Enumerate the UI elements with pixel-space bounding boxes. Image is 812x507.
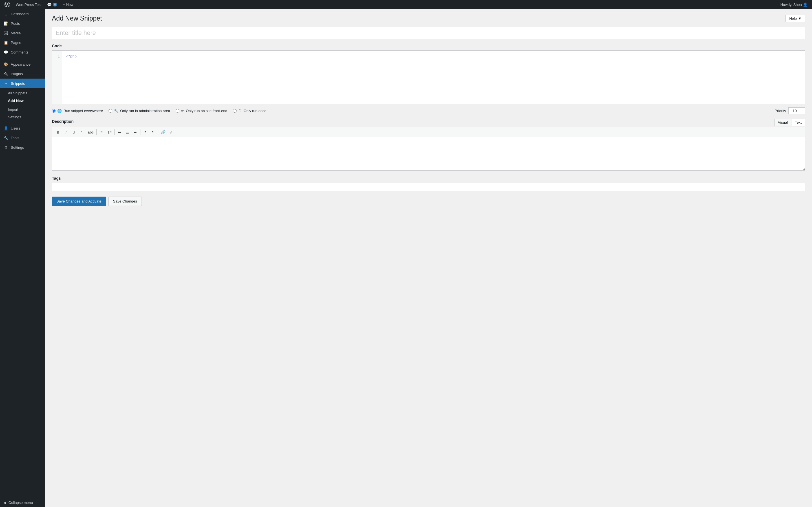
- pages-icon: 📋: [3, 40, 8, 45]
- settings-sub-label: Settings: [8, 115, 21, 119]
- toolbar-link[interactable]: 🔗: [159, 128, 167, 136]
- sidebar-item-media[interactable]: 🖼 Media: [0, 28, 45, 38]
- save-activate-label: Save Changes and Activate: [56, 199, 101, 203]
- new-label: New: [66, 3, 73, 7]
- save-activate-button[interactable]: Save Changes and Activate: [52, 196, 106, 206]
- run-once-label: Only run once: [244, 109, 266, 113]
- run-option-admin[interactable]: 🔧 Only run in administration area: [109, 109, 170, 113]
- sidebar-label-pages: Pages: [11, 41, 21, 45]
- sidebar-label-users: Users: [11, 126, 20, 130]
- italic-label: I: [65, 130, 66, 134]
- wp-logo-item[interactable]: [2, 0, 12, 9]
- run-option-everywhere[interactable]: 🌐 Run snippet everywhere: [52, 109, 103, 113]
- sidebar-item-settings-sub[interactable]: Settings: [0, 113, 45, 121]
- sidebar-item-snippets[interactable]: ✂ Snippets: [0, 78, 45, 88]
- page-header: Add New Snippet Help ▼: [52, 15, 805, 22]
- save-label: Save Changes: [113, 199, 137, 203]
- strikethrough-icon: abc: [88, 130, 94, 134]
- toolbar-ul[interactable]: ≡: [98, 128, 105, 136]
- run-once-icon: ⏱: [238, 109, 242, 113]
- all-snippets-label: All Snippets: [8, 91, 28, 95]
- toolbar-bold[interactable]: B: [54, 128, 62, 136]
- tab-visual[interactable]: Visual: [774, 119, 791, 126]
- description-section: Description Visual Text B I U " abc ≡: [52, 119, 805, 172]
- code-editor: 1 <?php: [52, 50, 805, 104]
- sidebar-item-plugins[interactable]: 🔌 Plugins: [0, 69, 45, 78]
- description-textarea[interactable]: [52, 137, 805, 171]
- toolbar-align-left[interactable]: ⬅: [116, 128, 123, 136]
- sidebar-label-plugins: Plugins: [11, 72, 23, 76]
- media-icon: 🖼: [3, 31, 8, 36]
- code-php-tag: <?php: [66, 54, 77, 58]
- tab-text[interactable]: Text: [791, 119, 805, 126]
- code-content-area[interactable]: <?php: [62, 51, 805, 104]
- layout: ⊞ Dashboard 📝 Posts 🖼 Media 📋 Pages 💬 Co…: [0, 9, 812, 507]
- sidebar-divider-1: [0, 58, 45, 58]
- tags-input[interactable]: [52, 183, 805, 191]
- priority-input[interactable]: [788, 107, 805, 114]
- toolbar-align-center[interactable]: ☰: [124, 128, 131, 136]
- toolbar-divider-2: [114, 129, 115, 135]
- radio-once[interactable]: [233, 109, 237, 113]
- site-name: WordPress Test: [16, 3, 42, 7]
- page-title: Add New Snippet: [52, 15, 102, 22]
- comment-icon: 💬: [47, 3, 52, 7]
- sidebar-item-add-new[interactable]: Add New: [0, 97, 45, 105]
- plus-icon: +: [63, 3, 65, 7]
- radio-everywhere[interactable]: [52, 109, 56, 113]
- radio-frontend[interactable]: [175, 109, 179, 113]
- collapse-icon: ◀: [3, 501, 6, 505]
- sidebar-label-comments: Comments: [11, 50, 29, 54]
- users-icon: 👤: [3, 126, 8, 131]
- toolbar-fullscreen[interactable]: ⤢: [168, 128, 175, 136]
- snippet-title-input[interactable]: [52, 27, 805, 39]
- toolbar-undo[interactable]: ↺: [142, 128, 149, 136]
- admin-bar: WordPress Test 💬 0 + New Howdy, Shea 👤: [0, 0, 812, 9]
- toolbar-align-right[interactable]: ➡: [132, 128, 139, 136]
- toolbar-blockquote[interactable]: ": [78, 128, 86, 136]
- dashboard-icon: ⊞: [3, 11, 8, 16]
- align-left-icon: ⬅: [118, 130, 121, 134]
- toolbar-ol[interactable]: 1≡: [106, 128, 113, 136]
- howdy-item[interactable]: Howdy, Shea 👤: [778, 0, 810, 9]
- toolbar-redo[interactable]: ↻: [149, 128, 157, 136]
- sidebar-item-posts[interactable]: 📝 Posts: [0, 18, 45, 28]
- main-content: Add New Snippet Help ▼ Code 1 <?php 🌐 Ru…: [45, 9, 812, 507]
- sidebar-item-pages[interactable]: 📋 Pages: [0, 38, 45, 47]
- description-section-label: Description: [52, 119, 73, 124]
- editor-tabs: Visual Text: [774, 119, 805, 126]
- sidebar-item-comments[interactable]: 💬 Comments: [0, 47, 45, 57]
- sidebar-label-snippets: Snippets: [11, 81, 25, 86]
- settings-icon: ⚙: [3, 145, 8, 150]
- undo-icon: ↺: [144, 130, 147, 134]
- toolbar-strikethrough[interactable]: abc: [86, 128, 95, 136]
- tags-section-label: Tags: [52, 176, 805, 180]
- sidebar-item-all-snippets[interactable]: All Snippets: [0, 89, 45, 97]
- run-option-once[interactable]: ⏱ Only run once: [233, 109, 266, 113]
- import-label: Import: [8, 107, 18, 112]
- ol-icon: 1≡: [107, 130, 112, 134]
- editor-toolbar: B I U " abc ≡ 1≡ ⬅ ☰ ➡ ↺ ↻ 🔗 ⤢: [52, 127, 805, 137]
- toolbar-underline[interactable]: U: [70, 128, 78, 136]
- site-name-item[interactable]: WordPress Test: [13, 0, 44, 9]
- sidebar-item-tools[interactable]: 🔧 Tools: [0, 133, 45, 143]
- collapse-menu[interactable]: ◀ Collapse menu: [0, 498, 45, 507]
- comments-icon: 💬: [3, 50, 8, 55]
- toolbar-italic[interactable]: I: [62, 128, 70, 136]
- sidebar-label-dashboard: Dashboard: [11, 12, 29, 16]
- sidebar-item-settings[interactable]: ⚙ Settings: [0, 143, 45, 152]
- snippets-icon: ✂: [3, 81, 8, 86]
- sidebar-item-import[interactable]: Import: [0, 106, 45, 113]
- run-frontend-label: Only run on site front-end: [186, 109, 227, 113]
- collapse-label: Collapse menu: [8, 501, 33, 505]
- comments-item[interactable]: 💬 0: [45, 0, 59, 9]
- run-everywhere-label: Run snippet everywhere: [63, 109, 103, 113]
- sidebar-item-users[interactable]: 👤 Users: [0, 123, 45, 133]
- sidebar-item-dashboard[interactable]: ⊞ Dashboard: [0, 9, 45, 18]
- sidebar-item-appearance[interactable]: 🎨 Appearance: [0, 59, 45, 69]
- save-button[interactable]: Save Changes: [108, 196, 142, 206]
- run-option-frontend[interactable]: ✏ Only run on site front-end: [175, 109, 227, 113]
- help-button[interactable]: Help ▼: [785, 15, 805, 22]
- radio-admin[interactable]: [109, 109, 112, 113]
- new-item[interactable]: + New: [61, 0, 76, 9]
